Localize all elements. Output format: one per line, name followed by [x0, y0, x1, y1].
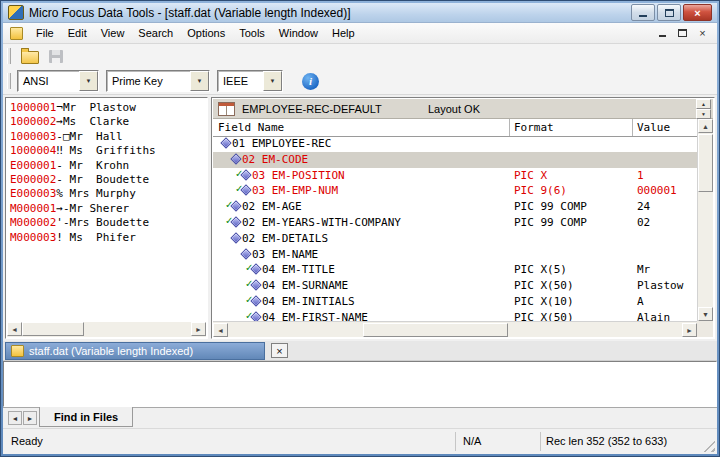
maximize-button[interactable]: [657, 4, 681, 21]
window-title: Micro Focus Data Tools - [staff.dat (Var…: [29, 6, 351, 20]
chevron-down-icon[interactable]: ▼: [263, 71, 282, 91]
info-button[interactable]: i: [302, 73, 319, 90]
record-data: % Mrs Murphy: [56, 187, 135, 200]
record-row[interactable]: M000001→-Mr Sherer: [10, 202, 206, 216]
record-row[interactable]: 1000001¬Mr Plastow: [10, 101, 206, 115]
layout-vscrollbar[interactable]: ▲ ▼: [697, 119, 713, 321]
record-row[interactable]: M000002'-Mrs Boudette: [10, 216, 206, 230]
field-name: 02 EM-CODE: [242, 153, 308, 166]
column-format[interactable]: Format: [514, 121, 554, 134]
minimize-icon: [639, 15, 647, 17]
field-row[interactable]: 02 EM-DETAILS: [213, 231, 697, 247]
mdi-close-button[interactable]: ×: [694, 26, 711, 40]
float-format-combo[interactable]: IEEE ▼: [217, 70, 283, 92]
chevron-down-icon[interactable]: ▼: [79, 71, 98, 91]
menu-tools[interactable]: Tools: [232, 24, 272, 42]
save-file-button[interactable]: [43, 46, 69, 67]
right-arrow-icon: ►: [27, 415, 34, 422]
record-data: - Mr Krohn: [56, 159, 129, 172]
record-row[interactable]: E000002- Mr Boudette: [10, 173, 206, 187]
tab-find-in-files[interactable]: Find in Files: [39, 407, 133, 427]
field-row[interactable]: ✓04 EM-TITLEPIC X(5)Mr: [213, 262, 697, 278]
field-value: 000001: [637, 183, 677, 199]
scroll-left-button[interactable]: ◄: [213, 323, 228, 337]
minimize-button[interactable]: [631, 4, 655, 21]
field-row[interactable]: ✓04 EM-FIRST-NAMEPIC X(50)Alain: [213, 310, 697, 321]
field-row[interactable]: ✓02 EM-YEARS-WITH-COMPANYPIC 99 COMP02: [213, 215, 697, 231]
close-button[interactable]: ×: [683, 4, 712, 21]
field-format: PIC 99 COMP: [514, 215, 587, 231]
layout-hscrollbar[interactable]: ◄ ►: [213, 321, 697, 337]
scroll-thumb[interactable]: [698, 134, 713, 192]
record-row[interactable]: M000003! Ms Phifer: [10, 231, 206, 245]
field-row[interactable]: ✓03 EM-POSITIONPIC X1: [213, 168, 697, 184]
field-row[interactable]: ✓04 EM-INITIALSPIC X(10)A: [213, 294, 697, 310]
close-icon: ×: [694, 7, 700, 19]
toolbar-gripper[interactable]: [7, 48, 11, 64]
record-row[interactable]: E000001- Mr Krohn: [10, 159, 206, 173]
scroll-right-button[interactable]: ►: [682, 323, 697, 337]
file-icon: [11, 345, 24, 357]
spin-up-button[interactable]: ▲: [696, 99, 711, 109]
charset-combo[interactable]: ANSI ▼: [17, 70, 99, 92]
column-separator[interactable]: [632, 119, 633, 136]
menu-options[interactable]: Options: [180, 24, 232, 42]
mdi-restore-button[interactable]: [674, 26, 691, 40]
column-separator[interactable]: [509, 119, 510, 136]
chevron-down-icon[interactable]: ▼: [190, 71, 209, 91]
key-value: Prime Key: [107, 71, 190, 91]
field-row[interactable]: 03 EM-NAME: [213, 247, 697, 263]
diamond-icon: [226, 152, 242, 167]
field-row[interactable]: 01 EMPLOYEE-REC: [213, 136, 697, 152]
check-diamond-icon: ✓: [246, 278, 262, 293]
menu-file[interactable]: File: [29, 24, 61, 42]
toolbar-gripper[interactable]: [7, 73, 11, 89]
menu-help[interactable]: Help: [325, 24, 362, 42]
record-list-hscrollbar[interactable]: ◄ ►: [7, 322, 206, 337]
tab-staff-dat[interactable]: staff.dat (Variable length Indexed): [5, 342, 265, 360]
tab-scroll-right-button[interactable]: ►: [23, 411, 37, 425]
diamond-icon: [216, 136, 232, 151]
document-icon[interactable]: [10, 27, 23, 40]
scroll-left-button[interactable]: ◄: [7, 322, 22, 336]
status-separator: [540, 432, 541, 451]
scroll-thumb[interactable]: [22, 322, 84, 336]
scroll-right-button[interactable]: ►: [191, 322, 206, 336]
record-spinner: ▲ ▼: [696, 99, 712, 119]
scroll-thumb[interactable]: [363, 323, 508, 337]
doc-close-button[interactable]: ×: [271, 343, 288, 358]
minimize-icon: [659, 35, 666, 37]
spin-down-button[interactable]: ▼: [696, 109, 711, 119]
field-row[interactable]: ✓02 EM-AGEPIC 99 COMP24: [213, 199, 697, 215]
column-field-name[interactable]: Field Name: [218, 121, 284, 134]
tab-scroll-left-button[interactable]: ◄: [8, 411, 22, 425]
left-arrow-icon: ◄: [217, 327, 224, 334]
menu-edit[interactable]: Edit: [61, 24, 94, 42]
mdi-minimize-button[interactable]: [654, 26, 671, 40]
field-format: PIC 9(6): [514, 183, 567, 199]
menu-search[interactable]: Search: [131, 24, 180, 42]
status-text: Ready: [11, 435, 43, 447]
record-row[interactable]: E000003% Mrs Murphy: [10, 187, 206, 201]
layout-panel: EMPLOYEE-REC-DEFAULT Layout OK ▲ ▼ Field…: [211, 97, 715, 339]
column-value[interactable]: Value: [637, 121, 670, 134]
field-row[interactable]: ✓03 EM-EMP-NUMPIC 9(6)000001: [213, 183, 697, 199]
record-row[interactable]: 1000003-□Mr Hall: [10, 130, 206, 144]
field-row[interactable]: ✓04 EM-SURNAMEPIC X(50)Plastow: [213, 278, 697, 294]
open-file-button[interactable]: [17, 46, 43, 67]
scroll-down-button[interactable]: ▼: [698, 307, 713, 321]
check-diamond-icon: ✓: [226, 215, 242, 230]
field-format: PIC X(50): [514, 310, 574, 321]
main-toolbar: [3, 44, 717, 68]
field-row[interactable]: 02 EM-CODE: [213, 152, 697, 168]
resize-grip[interactable]: [702, 439, 715, 452]
key-combo[interactable]: Prime Key ▼: [106, 70, 210, 92]
title-bar[interactable]: Micro Focus Data Tools - [staff.dat (Var…: [3, 3, 717, 23]
menu-view[interactable]: View: [94, 24, 132, 42]
scroll-up-button[interactable]: ▲: [698, 119, 713, 133]
field-rows: 01 EMPLOYEE-REC02 EM-CODE✓03 EM-POSITION…: [213, 136, 697, 321]
layout-status: Layout OK: [428, 103, 480, 115]
record-row[interactable]: 1000004‼ Ms Griffiths: [10, 144, 206, 158]
menu-window[interactable]: Window: [272, 24, 325, 42]
record-row[interactable]: 1000002→Ms Clarke: [10, 115, 206, 129]
